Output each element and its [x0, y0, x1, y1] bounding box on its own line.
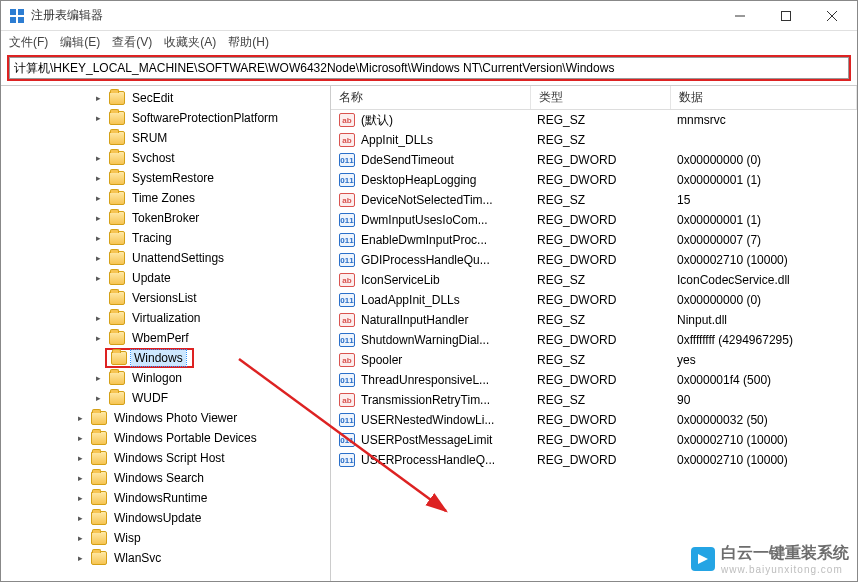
value-type: REG_DWORD: [537, 433, 677, 447]
address-input[interactable]: [9, 57, 849, 79]
value-row[interactable]: abDeviceNotSelectedTim...REG_SZ15: [331, 190, 857, 210]
menu-help[interactable]: 帮助(H): [228, 34, 269, 51]
expander-icon[interactable]: ▸: [91, 313, 105, 323]
expander-icon[interactable]: ▸: [73, 513, 87, 523]
menu-file[interactable]: 文件(F): [9, 34, 48, 51]
expander-icon[interactable]: ▸: [91, 233, 105, 243]
menu-view[interactable]: 查看(V): [112, 34, 152, 51]
tree-item[interactable]: ▸Virtualization: [1, 308, 330, 328]
tree-item[interactable]: ▸SoftwareProtectionPlatform: [1, 108, 330, 128]
close-button[interactable]: [809, 1, 855, 30]
tree-item-label: Windows: [131, 350, 186, 366]
value-row[interactable]: 011USERNestedWindowLi...REG_DWORD0x00000…: [331, 410, 857, 430]
tree-item[interactable]: ▸Tracing: [1, 228, 330, 248]
tree-item[interactable]: ▸WUDF: [1, 388, 330, 408]
value-row[interactable]: 011DesktopHeapLoggingREG_DWORD0x00000001…: [331, 170, 857, 190]
value-row[interactable]: abTransmissionRetryTim...REG_SZ90: [331, 390, 857, 410]
folder-icon: [109, 91, 125, 105]
expander-icon[interactable]: ▸: [73, 433, 87, 443]
tree-item-label: Svchost: [129, 150, 178, 166]
value-row[interactable]: 011USERProcessHandleQ...REG_DWORD0x00002…: [331, 450, 857, 470]
dword-value-icon: 011: [339, 333, 355, 347]
tree-item[interactable]: ▸UnattendSettings: [1, 248, 330, 268]
expander-icon[interactable]: ▸: [91, 213, 105, 223]
tree-item[interactable]: ▸Windows Search: [1, 468, 330, 488]
expander-icon[interactable]: ▸: [73, 473, 87, 483]
expander-icon[interactable]: ▸: [91, 333, 105, 343]
tree-item[interactable]: ▸Update: [1, 268, 330, 288]
value-type: REG_DWORD: [537, 293, 677, 307]
column-name[interactable]: 名称: [331, 86, 531, 109]
tree-item[interactable]: ▸Windows Photo Viewer: [1, 408, 330, 428]
value-row[interactable]: 011DwmInputUsesIoCom...REG_DWORD0x000000…: [331, 210, 857, 230]
value-row[interactable]: 011EnableDwmInputProc...REG_DWORD0x00000…: [331, 230, 857, 250]
expander-icon[interactable]: ▸: [91, 113, 105, 123]
expander-icon[interactable]: ▸: [73, 453, 87, 463]
value-row[interactable]: abNaturalInputHandlerREG_SZNinput.dll: [331, 310, 857, 330]
expander-icon[interactable]: ▸: [91, 273, 105, 283]
column-data[interactable]: 数据: [671, 86, 857, 109]
tree-item[interactable]: ▸Windows Script Host: [1, 448, 330, 468]
tree-item[interactable]: ▸WindowsRuntime: [1, 488, 330, 508]
tree-item[interactable]: ▸Svchost: [1, 148, 330, 168]
value-row[interactable]: 011DdeSendTimeoutREG_DWORD0x00000000 (0): [331, 150, 857, 170]
value-row[interactable]: abIconServiceLibREG_SZIconCodecService.d…: [331, 270, 857, 290]
tree-item[interactable]: ▸Wisp: [1, 528, 330, 548]
tree-item[interactable]: ▸Time Zones: [1, 188, 330, 208]
expander-icon[interactable]: ▸: [91, 93, 105, 103]
value-row[interactable]: ab(默认)REG_SZmnmsrvc: [331, 110, 857, 130]
expander-icon[interactable]: ▸: [73, 413, 87, 423]
folder-icon: [109, 151, 125, 165]
tree-item[interactable]: Windows: [1, 348, 330, 368]
value-row[interactable]: abAppInit_DLLsREG_SZ: [331, 130, 857, 150]
tree-item[interactable]: ▸WlanSvc: [1, 548, 330, 568]
value-row[interactable]: 011ThreadUnresponsiveL...REG_DWORD0x0000…: [331, 370, 857, 390]
tree-item[interactable]: ▸Windows Portable Devices: [1, 428, 330, 448]
value-row[interactable]: 011USERPostMessageLimitREG_DWORD0x000027…: [331, 430, 857, 450]
tree-item[interactable]: VersionsList: [1, 288, 330, 308]
value-type: REG_SZ: [537, 353, 677, 367]
value-name: USERProcessHandleQ...: [361, 453, 537, 467]
expander-icon[interactable]: ▸: [91, 253, 105, 263]
menu-edit[interactable]: 编辑(E): [60, 34, 100, 51]
expander-icon[interactable]: ▸: [91, 373, 105, 383]
list-header[interactable]: 名称 类型 数据: [331, 86, 857, 110]
value-name: GDIProcessHandleQu...: [361, 253, 537, 267]
string-value-icon: ab: [339, 193, 355, 207]
value-data: IconCodecService.dll: [677, 273, 857, 287]
folder-icon: [109, 231, 125, 245]
values-pane[interactable]: 名称 类型 数据 ab(默认)REG_SZmnmsrvcabAppInit_DL…: [331, 86, 857, 581]
tree-item[interactable]: ▸WindowsUpdate: [1, 508, 330, 528]
tree-pane[interactable]: ▸SecEdit▸SoftwareProtectionPlatformSRUM▸…: [1, 86, 331, 581]
expander-icon[interactable]: ▸: [91, 153, 105, 163]
addressbar-highlight: [7, 55, 851, 81]
expander-icon[interactable]: ▸: [91, 393, 105, 403]
folder-icon: [109, 251, 125, 265]
value-row[interactable]: abSpoolerREG_SZyes: [331, 350, 857, 370]
dword-value-icon: 011: [339, 293, 355, 307]
expander-icon[interactable]: ▸: [73, 493, 87, 503]
expander-icon[interactable]: ▸: [73, 553, 87, 563]
value-data: 0x00000007 (7): [677, 233, 857, 247]
tree-item[interactable]: ▸Winlogon: [1, 368, 330, 388]
tree-item-label: SRUM: [129, 130, 170, 146]
tree-item[interactable]: SRUM: [1, 128, 330, 148]
value-row[interactable]: 011ShutdownWarningDial...REG_DWORD0xffff…: [331, 330, 857, 350]
tree-item[interactable]: ▸WbemPerf: [1, 328, 330, 348]
value-data: 0x00000000 (0): [677, 153, 857, 167]
tree-item[interactable]: ▸SecEdit: [1, 88, 330, 108]
tree-item[interactable]: ▸SystemRestore: [1, 168, 330, 188]
value-row[interactable]: 011LoadAppInit_DLLsREG_DWORD0x00000000 (…: [331, 290, 857, 310]
folder-icon: [109, 211, 125, 225]
value-row[interactable]: 011GDIProcessHandleQu...REG_DWORD0x00002…: [331, 250, 857, 270]
string-value-icon: ab: [339, 353, 355, 367]
titlebar: 注册表编辑器: [1, 1, 857, 31]
maximize-button[interactable]: [763, 1, 809, 30]
minimize-button[interactable]: [717, 1, 763, 30]
column-type[interactable]: 类型: [531, 86, 671, 109]
expander-icon[interactable]: ▸: [73, 533, 87, 543]
expander-icon[interactable]: ▸: [91, 173, 105, 183]
tree-item[interactable]: ▸TokenBroker: [1, 208, 330, 228]
expander-icon[interactable]: ▸: [91, 193, 105, 203]
menu-favorites[interactable]: 收藏夹(A): [164, 34, 216, 51]
